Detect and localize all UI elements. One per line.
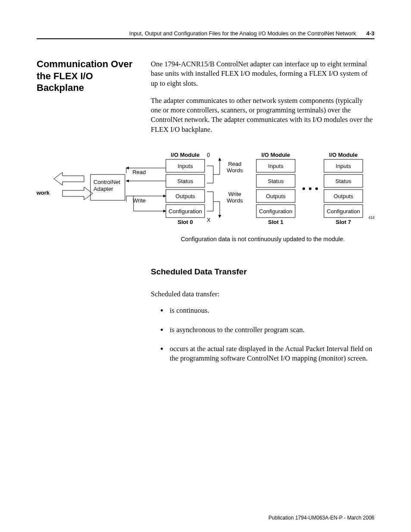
svg-text:Configuration: Configuration <box>327 208 360 215</box>
svg-text:Inputs: Inputs <box>268 163 283 169</box>
footer-publication: Publication 1794-UM063A-EN-P - March 200… <box>268 515 374 521</box>
write-words-1: Write <box>228 191 241 197</box>
write-label: Write <box>133 197 146 204</box>
svg-text:Inputs: Inputs <box>177 163 193 169</box>
svg-text:Configuration: Configuration <box>259 208 292 215</box>
read-words-2: Words <box>227 167 243 174</box>
svg-text:Status: Status <box>268 178 284 184</box>
svg-text:I/O Module: I/O Module <box>329 152 358 158</box>
svg-text:Outputs: Outputs <box>266 193 286 199</box>
svg-text:I/O Module: I/O Module <box>171 152 199 158</box>
network-arrow-left <box>54 172 84 185</box>
paragraph-2: The adapter communicates to other networ… <box>151 96 375 134</box>
io-module-slot1: I/O Module Inputs Status Outputs Configu… <box>256 152 295 225</box>
network-label: Network <box>37 190 50 196</box>
io-module-slot0: I/O Module Inputs Status Outputs Configu… <box>166 152 205 225</box>
svg-point-30 <box>315 187 318 190</box>
ellipsis-dots <box>302 187 318 190</box>
section-heading: Communication Over the FLEX I/O Backplan… <box>37 58 140 94</box>
flex-io-diagram: Network ControlNet Adapter Read Write I/… <box>37 151 374 233</box>
svg-point-28 <box>302 187 305 190</box>
svg-text:Outputs: Outputs <box>175 193 195 199</box>
zero-label: 0 <box>207 152 210 158</box>
body-column: One 1794-ACNR15/B ControlNet adapter can… <box>151 59 375 142</box>
read-words-bracket <box>207 158 220 183</box>
svg-text:Configuration: Configuration <box>168 208 202 215</box>
adapter-label-1: ControlNet <box>93 179 121 185</box>
sub-body: Scheduled data transfer: is continuous. … <box>151 289 375 373</box>
svg-text:Inputs: Inputs <box>336 163 351 169</box>
page-number: 4-3 <box>366 30 374 37</box>
subheading: Scheduled Data Transfer <box>151 267 247 277</box>
write-words-2: Words <box>227 197 243 204</box>
svg-text:I/O Module: I/O Module <box>262 152 290 158</box>
paragraph-1: One 1794-ACNR15/B ControlNet adapter can… <box>151 59 375 88</box>
svg-text:Outputs: Outputs <box>333 193 353 199</box>
bullet-1: is continuous. <box>168 306 375 315</box>
read-label: Read <box>132 169 146 175</box>
io-module-slot7: I/O Module Inputs Status Outputs Configu… <box>324 152 363 225</box>
write-words-bracket <box>207 192 220 218</box>
network-arrow-right <box>62 187 93 200</box>
svg-text:Status: Status <box>336 178 352 184</box>
sub-intro: Scheduled data transfer: <box>151 289 375 299</box>
figure-number: 41626 <box>368 215 374 220</box>
svg-text:Slot 7: Slot 7 <box>336 219 351 225</box>
svg-point-29 <box>309 187 311 190</box>
page-header: Input, Output and Configuration Files fo… <box>37 30 374 39</box>
svg-text:Status: Status <box>177 178 193 184</box>
bullet-2: is asynchronous to the controller progra… <box>168 325 375 335</box>
bullet-3: occurs at the actual rate displayed in t… <box>168 344 375 364</box>
header-title: Input, Output and Configuration Files fo… <box>129 30 356 37</box>
svg-text:Slot 0: Slot 0 <box>177 219 193 225</box>
svg-text:Slot 1: Slot 1 <box>268 219 283 225</box>
read-words-1: Read <box>228 161 241 167</box>
x-label: X <box>207 217 211 223</box>
diagram-caption: Configuration data is not continuously u… <box>151 236 375 243</box>
adapter-label-2: Adapter <box>93 186 113 192</box>
